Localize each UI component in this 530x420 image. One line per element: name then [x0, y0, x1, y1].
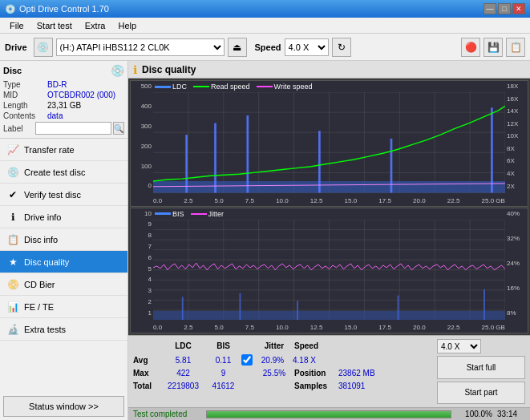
menu-extra[interactable]: Extra	[79, 19, 112, 32]
disc-length-key: Length	[3, 101, 47, 110]
fe-te-icon: 📊	[6, 301, 19, 313]
legend-ldc: LDC	[155, 83, 187, 91]
disc-label-icon-btn[interactable]: 🔍	[113, 122, 124, 135]
disc-quality-header: ℹ Disc quality	[128, 61, 530, 79]
stats-max-row: Max 422 9 25.5% Position 23862 MB	[133, 366, 434, 379]
chart1-x-axis: 0.0 2.5 5.0 7.5 10.0 12.5 15.0 17.5 20.0…	[153, 197, 505, 204]
sidebar-item-cd-bier[interactable]: 📀 CD Bier	[0, 273, 127, 296]
eject-button[interactable]: ⏏	[228, 38, 247, 57]
stats-speed-select[interactable]: 4.0 X 2.0 X 8.0 X	[437, 339, 481, 353]
chart2: BIS Jitter 10 9 8 7 6 5	[130, 208, 528, 334]
svg-rect-48	[297, 301, 298, 320]
progress-time: 33:14	[497, 410, 525, 418]
charts-area: LDC Read speed Write speed 500	[128, 79, 530, 335]
sidebar-item-verify-test-disc[interactable]: ✔ Verify test disc	[0, 184, 127, 206]
disc-contents-row: Contents data	[3, 111, 124, 120]
disc-label-input[interactable]	[35, 122, 111, 135]
stats-total-bis: 41612	[205, 382, 241, 390]
svg-rect-22	[491, 107, 493, 192]
sidebar-item-extra-tests[interactable]: 🔬 Extra tests	[0, 318, 127, 341]
sidebar-item-label: CD Bier	[24, 280, 55, 289]
legend-read-speed: Read speed	[193, 83, 250, 91]
disc-icon: 💿	[111, 64, 124, 77]
disc-contents-key: Contents	[3, 111, 47, 120]
sidebar-item-fe-te[interactable]: 📊 FE / TE	[0, 296, 127, 318]
disc-panel: Disc 💿 Type BD-R MID OTCBDR002 (000) Len…	[0, 61, 127, 139]
svg-rect-18	[214, 123, 216, 193]
jitter-checkbox[interactable]	[241, 354, 253, 365]
svg-rect-19	[246, 115, 249, 193]
stats-header-row: LDC BIS Jitter Speed	[133, 339, 434, 352]
sidebar-item-label: FE / TE	[24, 302, 54, 312]
chart1-wrapper: LDC Read speed Write speed 500	[130, 80, 528, 207]
drive-info-icon: ℹ	[6, 211, 19, 224]
svg-rect-46	[182, 297, 184, 320]
refresh-button[interactable]: ↻	[332, 38, 351, 57]
stats-max-bis: 9	[205, 369, 241, 378]
main-area: Disc 💿 Type BD-R MID OTCBDR002 (000) Len…	[0, 61, 530, 420]
chart2-legend: BIS Jitter	[155, 210, 224, 218]
start-part-button[interactable]: Start part	[437, 382, 525, 405]
stats-avg-row: Avg 5.81 0.11 20.9% 4.18 X	[133, 353, 434, 366]
status-complete-text: Test completed	[133, 410, 201, 418]
title-bar: 💿 Opti Drive Control 1.70 — □ ✕	[0, 0, 530, 18]
stats-avg-bis: 0.11	[205, 356, 241, 365]
close-button[interactable]: ✕	[512, 3, 525, 14]
start-full-button[interactable]: Start full	[437, 356, 525, 379]
progress-percent: 100.0%	[456, 410, 492, 418]
chart2-x-axis: 0.0 2.5 5.0 7.5 10.0 12.5 15.0 17.5 20.0…	[153, 324, 505, 331]
sidebar-item-disc-quality[interactable]: ★ Disc quality	[0, 251, 127, 273]
disc-label-key: Label	[3, 124, 35, 133]
sidebar-item-create-test-disc[interactable]: 💿 Create test disc	[0, 161, 127, 184]
speed-select-row: 4.0 X 2.0 X 8.0 X	[437, 339, 525, 353]
stats-position-label: Position	[294, 369, 338, 378]
stats-position-val: 23862 MB	[338, 369, 382, 378]
disc-length-val: 23,31 GB	[47, 101, 81, 110]
progress-fill	[207, 411, 451, 418]
legend-write-speed-label: Write speed	[274, 83, 313, 91]
disc-type-val: BD-R	[47, 80, 67, 89]
drive-icon-btn[interactable]: 💿	[34, 38, 53, 57]
svg-rect-16	[153, 181, 505, 192]
disc-mid-val: OTCBDR002 (000)	[47, 91, 115, 99]
menu-file[interactable]: File	[3, 19, 30, 32]
settings-button1[interactable]: 🔴	[461, 38, 480, 57]
svg-rect-45	[153, 310, 505, 320]
stats-avg-label: Avg	[133, 356, 161, 365]
disc-quality-icon-header: ℹ	[133, 63, 137, 76]
chart1-y-axis-right: 18X 16X 14X 12X 10X 8X 6X 4X 2X	[505, 81, 528, 192]
disc-mid-key: MID	[3, 91, 47, 99]
status-window-button[interactable]: Status window >>	[3, 396, 124, 417]
nav-items: 📈 Transfer rate 💿 Create test disc ✔ Ver…	[0, 139, 127, 393]
sidebar-item-drive-info[interactable]: ℹ Drive info	[0, 206, 127, 228]
chart2-y-axis-right: 40% 32% 24% 16% 8%	[505, 208, 528, 319]
chart1-svg	[153, 92, 505, 193]
speed-select[interactable]: 4.0 X 2.0 X 8.0 X	[285, 38, 329, 56]
disc-quality-icon: ★	[6, 256, 19, 269]
disc-type-row: Type BD-R	[3, 80, 124, 89]
drive-select[interactable]: (H:) ATAPI iHBS112 2 CL0K	[56, 38, 225, 56]
menu-help[interactable]: Help	[111, 19, 143, 32]
settings-button2[interactable]: 💾	[483, 38, 503, 57]
disc-quality-title: Disc quality	[142, 64, 196, 75]
minimize-button[interactable]: —	[483, 3, 496, 14]
legend-ldc-label: LDC	[172, 83, 187, 91]
stats-bis-header: BIS	[205, 341, 241, 350]
chart2-svg	[153, 220, 505, 321]
svg-rect-47	[240, 293, 241, 320]
menu-start-test[interactable]: Start test	[30, 19, 79, 32]
stats-max-label: Max	[133, 369, 161, 378]
sidebar-item-disc-info[interactable]: 📋 Disc info	[0, 228, 127, 251]
speed-label: Speed	[255, 42, 281, 52]
stats-speed-header: Speed	[294, 341, 326, 350]
transfer-rate-icon: 📈	[6, 143, 19, 156]
chart1: LDC Read speed Write speed 500	[130, 80, 528, 207]
maximize-button[interactable]: □	[498, 3, 511, 14]
legend-jitter-label: Jitter	[208, 210, 225, 218]
sidebar-item-transfer-rate[interactable]: 📈 Transfer rate	[0, 139, 127, 161]
settings-button3[interactable]: 📋	[506, 38, 525, 57]
legend-bis-label: BIS	[172, 210, 184, 218]
title-bar-title: 💿 Opti Drive Control 1.70	[5, 4, 109, 14]
title-bar-controls: — □ ✕	[483, 3, 525, 14]
stats-avg-speed: 4.18 X	[293, 356, 325, 365]
